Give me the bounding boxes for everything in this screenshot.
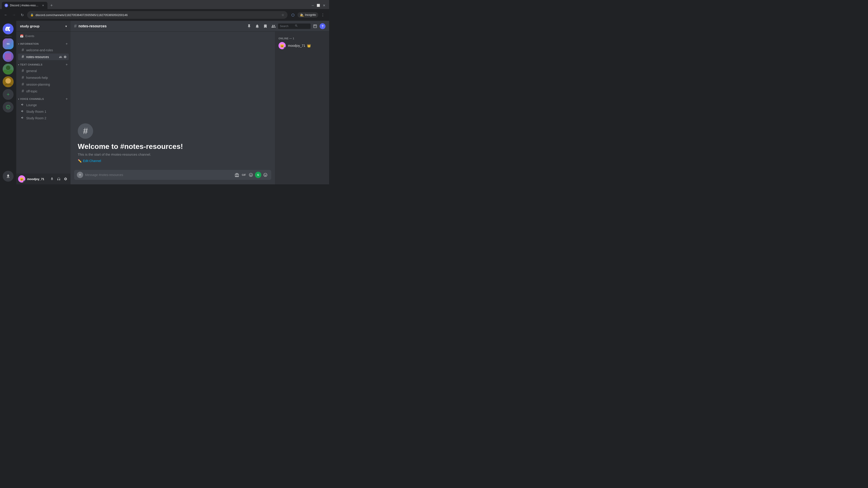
server-sidebar: study group ▾ 📅 Events ▾ INFORMATION + #… [16,21,70,184]
member-badge: 👑 [307,44,311,47]
header-actions: Search ? [246,23,326,30]
channel-welcome: # Welcome to #notes-resources! This is t… [74,114,271,166]
search-bar[interactable]: Search [278,24,311,29]
discord-home-btn[interactable] [3,24,13,34]
channel-general[interactable]: # general [18,68,69,74]
message-input-actions: GIF G [234,172,269,178]
hash-icon-welcome: # [21,48,25,53]
explore-servers-btn[interactable] [3,102,13,112]
message-input-box: + Message #notes-resources GIF G [74,170,271,180]
voice-channel-study-room-2[interactable]: Study Room 2 [18,115,69,121]
user-status-dot [23,181,25,183]
information-section-header[interactable]: ▾ INFORMATION + [16,40,70,47]
channel-header-name: notes-resources [79,24,107,28]
inbox-btn[interactable] [311,23,319,30]
server-list-divider [4,36,12,37]
voice-channels-section-header[interactable]: ▾ VOICE CHANNELS + [16,96,70,102]
channel-off-topic[interactable]: # off-topic [18,88,69,94]
tab-close-btn[interactable]: ✕ [41,4,45,7]
voice-channel-name-study-room-1: Study Room 1 [26,110,46,113]
channel-notes-resources[interactable]: # notes-resources [18,54,69,60]
events-item[interactable]: 📅 Events [16,32,70,40]
channel-homework-help[interactable]: # homework-help [18,74,69,81]
member-display-name: moodjoy_71 👑 [288,44,311,47]
forward-button[interactable]: → [11,12,17,18]
download-button[interactable] [3,171,13,182]
gif-btn[interactable]: GIF [241,172,247,178]
grammarly-btn[interactable]: G [255,172,261,178]
profile-label: Incognito [305,13,316,17]
restore-btn[interactable]: ⬜ [317,4,320,7]
bookmark-icon[interactable]: ☆ [281,13,284,17]
hash-icon-session: # [21,82,25,87]
lock-icon: 🔒 [30,13,34,17]
message-placeholder: Message #notes-resources [85,173,232,177]
channel-name-notes: notes-resources [26,55,57,59]
information-collapse-arrow: ▾ [18,43,19,45]
voice-channels-add-btn[interactable]: + [65,97,69,101]
gift-btn[interactable] [234,172,240,178]
server-header[interactable]: study group ▾ [16,21,70,32]
channel-session-planning[interactable]: # session-planning [18,81,69,88]
main-content: # notes-resources Search [70,21,329,184]
information-add-btn[interactable]: + [65,42,69,46]
back-button[interactable]: ← [3,12,9,18]
search-placeholder-text: Search [280,25,294,28]
toolbar-actions: ⬡ 🕵 Incognito ⋮ [289,11,327,19]
member-moodjoy-71[interactable]: 😺 moodjoy_71 👑 [277,41,327,51]
deafen-btn[interactable] [56,176,62,182]
voice-channel-name-lounge: Lounge [26,103,37,107]
server-icon-2[interactable] [3,51,13,62]
pin-messages-btn[interactable] [246,23,253,30]
user-settings-btn[interactable] [62,176,69,182]
new-tab-button[interactable]: + [49,2,55,8]
channel-welcome-and-rules[interactable]: # welcome-and-rules [18,47,69,53]
server-icon-3[interactable] [3,64,13,74]
message-input-area: + Message #notes-resources GIF G [70,170,275,184]
bookmark-channel-btn[interactable] [262,23,269,30]
sticker-btn[interactable] [248,172,254,178]
server-icon-4[interactable] [3,76,13,87]
address-bar[interactable]: 🔒 discord.com/channels/11827053640729355… [27,11,287,19]
message-area: # Welcome to #notes-resources! This is t… [70,32,275,184]
edit-channel-btn[interactable]: ✏️ Edit Channel [78,159,101,163]
close-window-btn[interactable]: ✕ [323,4,326,7]
welcome-description: This is the start of the #notes-resource… [78,153,151,156]
user-area: 😺 moodjoy_71 [16,173,70,184]
discord-app: SG + [0,21,329,184]
channel-name-general: general [26,69,67,73]
channel-settings-icon[interactable] [63,55,67,59]
discord-tab[interactable]: D Discord | #notes-resources | stu... ✕ [2,2,48,9]
notifications-btn[interactable] [254,23,261,30]
text-channels-section-header[interactable]: ▾ TEXT CHANNELS + [16,61,70,68]
show-members-btn[interactable] [270,23,277,30]
server-icon-1[interactable]: SG [3,38,13,49]
add-server-button[interactable]: + [3,89,13,100]
help-btn[interactable]: ? [320,23,326,29]
reload-button[interactable]: ↻ [19,12,25,18]
voice-channel-study-room-1[interactable]: Study Room 1 [18,108,69,115]
user-avatar[interactable]: 😺 [18,175,25,183]
online-members-header: ONLINE — 1 [277,35,327,41]
voice-channel-lounge[interactable]: Lounge [18,102,69,108]
welcome-channel-icon: # [78,123,93,139]
hash-icon-general: # [21,68,25,73]
url-text: discord.com/channels/1182705364072935565… [35,13,280,17]
channel-name-offtopic: off-topic [26,90,67,93]
text-channels-add-btn[interactable]: + [65,63,69,67]
mute-mic-btn[interactable] [49,176,55,182]
tab-favicon: D [4,4,8,7]
voice-icon-study-room-2 [21,116,25,121]
server-name: study group [20,24,64,28]
chrome-menu-btn[interactable]: ⋮ [319,11,327,19]
channel-members-icon[interactable] [59,55,62,59]
edit-icon: ✏️ [78,159,82,163]
extension-icon[interactable]: ⬡ [289,11,297,19]
channel-name-welcome: welcome-and-rules [26,48,67,52]
message-add-btn[interactable]: + [77,172,83,178]
channel-header: # notes-resources Search [70,21,329,32]
minimize-btn[interactable]: ─ [312,4,314,7]
svg-point-2 [6,66,10,70]
incognito-profile-btn[interactable]: 🕵 Incognito [298,12,318,18]
emoji-btn[interactable] [262,172,269,178]
